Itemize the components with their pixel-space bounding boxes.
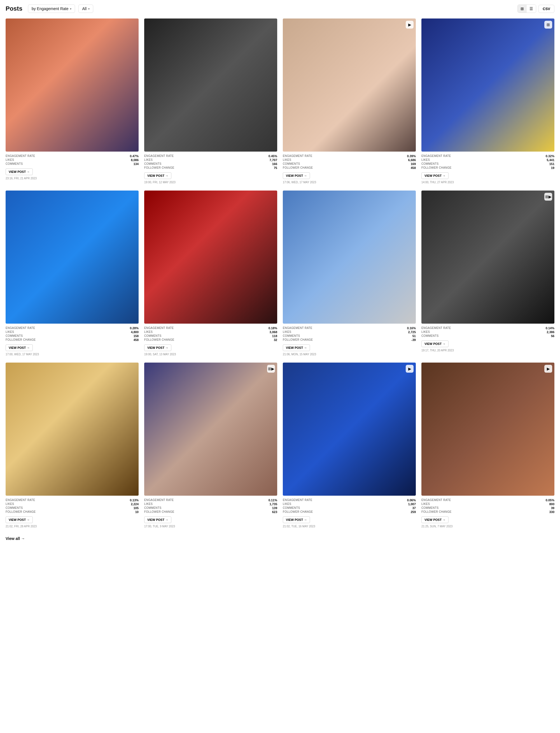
post-image: ⊞▶ [144,362,277,496]
stat-value-follower-change: 458 [411,166,416,169]
stat-value-comments: 151 [549,162,554,166]
stat-row-follower-change: FOLLOWER CHANGE330 [421,510,554,514]
view-post-button[interactable]: VIEW POST → [421,517,449,523]
post-image: ▶ [283,18,416,152]
stat-label-comments: COMMENTS [144,506,162,510]
stat-row-follower-change: FOLLOWER CHANGE32 [144,338,277,341]
stat-row-comments: COMMENTS39 [421,506,554,510]
view-post-button[interactable]: VIEW POST → [421,172,449,179]
view-post-button[interactable]: VIEW POST → [421,340,449,347]
view-post-button[interactable]: VIEW POST → [283,172,310,179]
header-right: ⊞ ☰ CSV [517,4,554,13]
list-view-button[interactable]: ☰ [527,5,536,13]
post-image-background [421,190,554,323]
stat-label-comments: COMMENTS [421,162,439,166]
post-image-background [283,18,416,152]
stat-value-comments: 51 [412,334,416,337]
post-stats: ENGAGEMENT RATE0.39%LIKES6,686COMMENTS16… [283,154,416,169]
sort-dropdown[interactable]: by Engagement Rate ▾ [28,4,75,13]
stat-value-engagement-rate: 0.14% [546,326,554,330]
post-image-background [144,190,277,323]
stat-label-follower-change: FOLLOWER CHANGE [421,166,452,169]
stat-label-comments: COMMENTS [144,334,162,337]
view-post-button[interactable]: VIEW POST → [144,517,171,523]
stat-row-comments: COMMENTS151 [421,162,554,166]
stat-row-engagement-rate: ENGAGEMENT RATE0.39% [283,154,416,158]
stat-row-engagement-rate: ENGAGEMENT RATE0.32% [421,154,554,158]
view-post-button[interactable]: VIEW POST → [6,517,33,523]
post-image [6,18,139,152]
post-image [283,190,416,323]
post-card: ⊞ENGAGEMENT RATE0.32%LIKES5,441COMMENTS1… [421,18,554,184]
post-image [6,190,139,323]
post-card: ENGAGEMENT RATE0.18%LIKES3,068COMMENTS11… [144,190,277,356]
post-type-icon: ▶ [544,365,552,373]
post-image-background [283,190,416,323]
stat-value-follower-change: -39 [411,338,416,341]
post-type-icon: ⊞▶ [267,365,275,373]
view-post-button[interactable]: VIEW POST → [144,172,171,179]
post-type-icon: ▶ [406,21,414,29]
stat-row-likes: LIKES2,725 [283,330,416,334]
post-card: ENGAGEMENT RATE0.47%LIKES8,086COMMENTS13… [6,18,139,184]
stat-value-comments: 158 [134,334,139,337]
stat-value-engagement-rate: 0.45% [269,154,277,158]
post-date: 21:25, SUN, 7 MAY 2023 [421,525,554,528]
stat-label-comments: COMMENTS [6,506,23,510]
page-header: Posts by Engagement Rate ▾ All ▾ ⊞ ☰ CSV [6,4,554,13]
view-post-button[interactable]: VIEW POST → [144,344,171,351]
view-post-button[interactable]: VIEW POST → [6,168,33,175]
stat-row-engagement-rate: ENGAGEMENT RATE0.11% [144,499,277,502]
stat-value-comments: 118 [272,334,277,337]
stat-label-engagement-rate: ENGAGEMENT RATE [6,154,35,158]
stat-value-likes: 2,725 [408,330,416,334]
stat-label-likes: LIKES [283,330,291,334]
stat-row-likes: LIKES2,224 [6,503,139,506]
view-all-section: View all → [6,536,554,541]
stat-row-follower-change: FOLLOWER CHANGE458 [283,166,416,169]
stat-row-likes: LIKES3,068 [144,330,277,334]
filter-dropdown[interactable]: All ▾ [78,4,93,13]
stat-label-engagement-rate: ENGAGEMENT RATE [421,154,451,158]
stat-label-comments: COMMENTS [144,162,162,166]
post-stats: ENGAGEMENT RATE0.14%LIKES2,386COMMENTS56 [421,326,554,337]
stat-label-follower-change: FOLLOWER CHANGE [144,510,174,514]
view-post-button[interactable]: VIEW POST → [283,517,310,523]
post-image-background [421,18,554,152]
stat-value-likes: 5,441 [547,158,554,162]
csv-export-button[interactable]: CSV [538,5,554,13]
stat-value-engagement-rate: 0.16% [407,326,416,330]
post-stats: ENGAGEMENT RATE0.32%LIKES5,441COMMENTS15… [421,154,554,169]
view-all-button[interactable]: View all → [6,536,25,541]
stat-row-engagement-rate: ENGAGEMENT RATE0.16% [283,326,416,330]
view-post-button[interactable]: VIEW POST → [6,344,33,351]
stat-label-follower-change: FOLLOWER CHANGE [283,166,313,169]
stat-label-likes: LIKES [144,503,153,506]
post-card: ENGAGEMENT RATE0.16%LIKES2,725COMMENTS51… [283,190,416,356]
post-card: ▶ENGAGEMENT RATE0.06%LIKES1,007COMMENTS3… [283,362,416,528]
stat-label-follower-change: FOLLOWER CHANGE [283,510,313,514]
stat-label-engagement-rate: ENGAGEMENT RATE [6,326,35,330]
posts-grid: ENGAGEMENT RATE0.47%LIKES8,086COMMENTS13… [6,18,554,528]
stat-row-likes: LIKES4,800 [6,330,139,334]
post-card: ENGAGEMENT RATE0.28%LIKES4,800COMMENTS15… [6,190,139,356]
stat-row-comments: COMMENTS51 [283,334,416,337]
stat-value-likes: 1,735 [269,503,277,506]
stat-label-likes: LIKES [421,330,430,334]
stat-value-engagement-rate: 0.11% [269,499,277,502]
stat-row-likes: LIKES5,441 [421,158,554,162]
post-date: 14:00, THU, 27 APR 2023 [421,181,554,184]
stat-row-follower-change: FOLLOWER CHANGE259 [283,510,416,514]
post-date: 19:00, FRI, 12 MAY 2023 [144,181,277,184]
stat-label-likes: LIKES [421,503,430,506]
stat-value-follower-change: 623 [272,510,277,514]
grid-view-button[interactable]: ⊞ [518,5,527,13]
post-type-icon: ⊞▶ [544,193,552,201]
stat-row-follower-change: FOLLOWER CHANGE10 [6,510,139,514]
stat-label-comments: COMMENTS [6,162,23,166]
view-post-button[interactable]: VIEW POST → [283,344,310,351]
stat-row-comments: COMMENTS134 [6,162,139,166]
stat-row-likes: LIKES7,707 [144,158,277,162]
stat-row-comments: COMMENTS56 [421,334,554,337]
stat-value-likes: 7,707 [269,158,277,162]
